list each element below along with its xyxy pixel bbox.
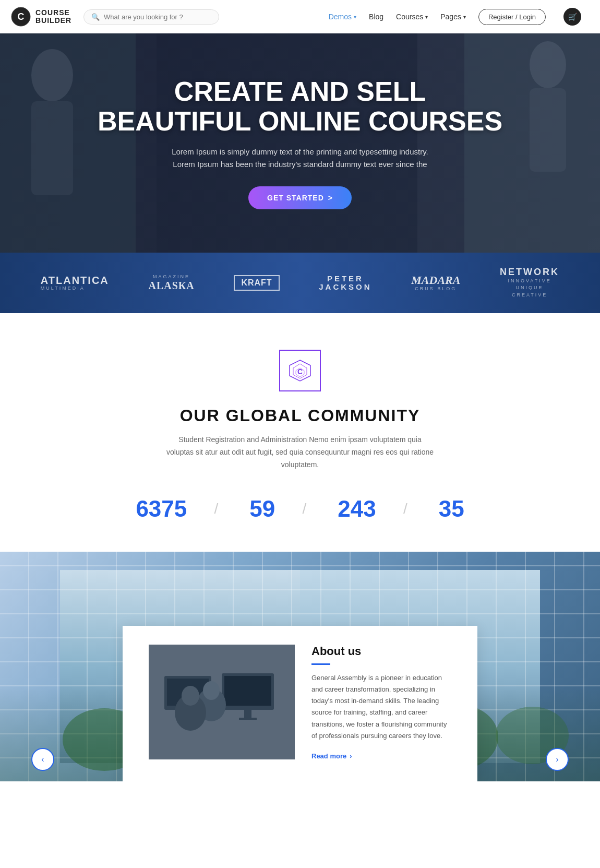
nav-links: Demos ▾ Blog Courses ▾ Pages ▾ Register … xyxy=(329,8,581,26)
about-divider xyxy=(311,663,330,665)
svg-point-29 xyxy=(203,681,220,700)
arrow-right-icon: > xyxy=(328,194,333,202)
chevron-down-icon: ▾ xyxy=(463,14,466,20)
register-login-button[interactable]: Register / Login xyxy=(478,9,546,25)
svg-text:C: C xyxy=(18,11,25,22)
about-image xyxy=(149,645,295,759)
stat-243: 243 xyxy=(306,497,407,520)
svg-rect-25 xyxy=(224,676,271,706)
brand-kraft: KRAFT xyxy=(234,275,279,291)
svg-point-3 xyxy=(31,49,73,101)
stat-number-243: 243 xyxy=(338,497,376,520)
svg-rect-7 xyxy=(530,88,566,172)
stat-number-59: 59 xyxy=(249,497,275,520)
svg-point-31 xyxy=(182,686,199,706)
about-section: About us General Assembly is a pioneer i… xyxy=(0,552,600,781)
about-text: About us General Assembly is a pioneer i… xyxy=(311,645,451,760)
svg-rect-26 xyxy=(244,710,251,718)
about-heading: About us xyxy=(311,645,451,658)
arrow-right-icon: › xyxy=(350,752,352,760)
nav-blog[interactable]: Blog xyxy=(369,13,383,21)
navbar: C COURSE BUILDER 🔍 Demos ▾ Blog Courses … xyxy=(0,0,600,33)
carousel-prev-button[interactable]: ‹ xyxy=(31,748,54,771)
hero-title: CREATE AND SELL BEAUTIFUL ONLINE COURSES xyxy=(98,77,502,136)
hero-section: CREATE AND SELL BEAUTIFUL ONLINE COURSES… xyxy=(0,33,600,253)
stat-number-6375: 6375 xyxy=(136,497,187,520)
stats-row: 6375 59 243 35 xyxy=(21,497,579,520)
community-icon: C xyxy=(287,358,313,384)
logo[interactable]: C COURSE BUILDER xyxy=(10,6,73,27)
brand-peter-jackson: PETERJACKSON xyxy=(319,275,371,292)
logo-text: COURSE BUILDER xyxy=(35,9,71,25)
section-icon-box: C xyxy=(279,350,321,391)
hero-content: CREATE AND SELL BEAUTIFUL ONLINE COURSES… xyxy=(77,77,523,209)
search-input[interactable] xyxy=(104,13,211,21)
stat-number-35: 35 xyxy=(439,497,464,520)
brand-atlantica: ATLANTICA MULTIMEDIA xyxy=(41,275,109,291)
carousel-next-button[interactable]: › xyxy=(546,748,569,771)
svg-rect-4 xyxy=(31,101,73,195)
about-card: About us General Assembly is a pioneer i… xyxy=(123,626,477,781)
prev-arrow-icon: ‹ xyxy=(41,755,44,764)
nav-courses[interactable]: Courses ▾ xyxy=(396,13,428,21)
brands-bar: ATLANTICA MULTIMEDIA MAGAZINE ALASкA KRA… xyxy=(0,253,600,313)
search-icon: 🔍 xyxy=(91,13,100,21)
svg-point-6 xyxy=(530,41,566,88)
brand-madara: Madara CRUS BLOG xyxy=(411,274,460,292)
cart-icon: 🛒 xyxy=(568,13,577,21)
hero-subtitle: Lorem Ipsum is simply dummy text of the … xyxy=(164,146,436,171)
search-bar[interactable]: 🔍 xyxy=(83,9,219,25)
stat-35: 35 xyxy=(407,497,496,520)
nav-demos[interactable]: Demos ▾ xyxy=(329,13,356,21)
about-body: General Assembly is a pioneer in educati… xyxy=(311,672,451,742)
nav-pages[interactable]: Pages ▾ xyxy=(440,13,466,21)
stat-6375: 6375 xyxy=(104,497,218,520)
brand-network: NETWORK INNOVATIVEUNIQUECREATIVE xyxy=(500,267,559,299)
brand-alaska: MAGAZINE ALASкA xyxy=(148,275,194,291)
cart-button[interactable]: 🛒 xyxy=(563,8,581,26)
community-section: C OUR GLOBAL COMMUNITY Student Registrat… xyxy=(0,313,600,551)
read-more-link[interactable]: Read more › xyxy=(311,752,352,760)
svg-rect-27 xyxy=(239,718,257,720)
get-started-button[interactable]: GET STARTED > xyxy=(248,186,352,209)
chevron-down-icon: ▾ xyxy=(354,14,356,20)
community-description: Student Registration and Administration … xyxy=(164,434,436,471)
logo-icon: C xyxy=(10,6,31,27)
svg-text:C: C xyxy=(297,367,303,376)
next-arrow-icon: › xyxy=(556,755,558,764)
about-people-svg xyxy=(149,645,295,759)
stat-59: 59 xyxy=(218,497,306,520)
chevron-down-icon: ▾ xyxy=(425,14,428,20)
community-title: OUR GLOBAL COMMUNITY xyxy=(21,406,579,425)
